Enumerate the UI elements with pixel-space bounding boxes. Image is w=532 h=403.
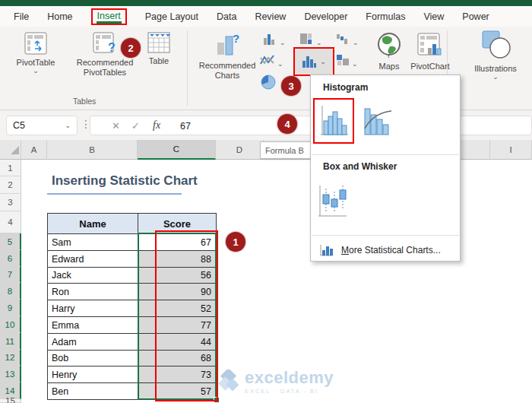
table-cell-name[interactable]: Ben [47, 382, 138, 400]
row-header-13[interactable]: 13 [0, 366, 21, 382]
column-header-i[interactable]: I [490, 140, 532, 160]
recommended-charts-button[interactable]: ? RecommendedCharts [196, 32, 258, 81]
row-header-7[interactable]: 7 [0, 267, 21, 283]
watermark-brand: exceldemy [245, 368, 334, 388]
insert-line-chart-button[interactable]: ⌄ [260, 54, 283, 69]
column-header-b[interactable]: B [47, 140, 138, 160]
box-whisker-section-header: Box and Whisker [323, 161, 397, 172]
tables-group-label: Tables [73, 97, 96, 106]
row-header-12[interactable]: 12 [0, 350, 21, 366]
row-header-5[interactable]: 5 [0, 233, 21, 250]
insert-statistic-chart-button[interactable]: ⌄ [295, 49, 333, 75]
table-cell-score-active[interactable]: 67 [138, 233, 217, 251]
histogram-chart-option[interactable] [315, 100, 352, 141]
more-statistical-charts-item[interactable]: More Statistical Charts... [314, 240, 457, 261]
insert-column-chart-button[interactable]: ⌄ [263, 33, 286, 48]
maps-globe-icon [376, 31, 402, 59]
insert-combo-chart-button[interactable]: ⌄ [336, 54, 358, 69]
box-whisker-chart-option[interactable] [314, 180, 350, 221]
tab-data[interactable]: Data [217, 11, 236, 22]
table-cell-name[interactable]: Adam [47, 333, 138, 351]
tab-power[interactable]: Power [462, 11, 489, 22]
statistic-chart-dropdown: Histogram Box and Whisker More Statistic… [310, 75, 461, 262]
table-cell-name[interactable]: Emma [47, 316, 138, 334]
table-icon [147, 32, 170, 53]
column-header-d[interactable]: D [216, 140, 264, 160]
recommended-pivottables-label-2: PivotTables [84, 68, 126, 77]
insert-waterfall-chart-button[interactable]: ⌄ [336, 33, 359, 48]
table-cell-score[interactable]: 68 [138, 350, 217, 367]
table-cell-name[interactable]: Edward [47, 250, 138, 268]
pivotchart-button[interactable]: PivotChart [409, 31, 451, 71]
table-cell-name[interactable]: Ron [47, 283, 138, 300]
table-button[interactable]: Table [141, 32, 176, 66]
step-4-badge: 4 [277, 114, 297, 134]
row-header-9[interactable]: 9 [0, 300, 21, 316]
insert-pie-chart-button[interactable] [260, 74, 277, 94]
row-header-3[interactable]: 3 [0, 194, 21, 211]
enter-icon[interactable]: ✓ [131, 120, 140, 132]
cancel-icon[interactable]: ✕ [112, 120, 120, 132]
dropdown-separator [312, 154, 459, 155]
sheet-title: Inserting Statistic Chart [52, 173, 198, 189]
pivotchart-icon [417, 31, 443, 59]
table-cell-name[interactable]: Jack [47, 267, 138, 284]
insert-hierarchy-chart-button[interactable]: ⌄ [299, 33, 322, 48]
row-header-11[interactable]: 11 [0, 333, 21, 350]
pareto-chart-option[interactable] [359, 100, 396, 141]
pivottable-button[interactable]: PivotTable ⌄ [12, 32, 59, 74]
tab-formulas[interactable]: Formulas [366, 11, 405, 22]
row-header-8[interactable]: 8 [0, 283, 21, 300]
table-cell-name[interactable]: Sam [47, 233, 138, 251]
table-cell-score[interactable]: 90 [138, 283, 217, 300]
pivottable-icon [24, 32, 47, 55]
tab-insert[interactable]: Insert [91, 8, 127, 25]
table-cell-score[interactable]: 44 [138, 333, 217, 351]
tab-file[interactable]: File [14, 11, 29, 22]
watermark: exceldemy EXCEL - DATA - BI [217, 368, 334, 395]
formula-bar-value: 67 [180, 121, 191, 132]
column-header-partial[interactable] [461, 140, 490, 160]
table-cell-score[interactable]: 57 [138, 382, 217, 400]
row-header-15[interactable]: 15 [0, 399, 21, 403]
maps-label: Maps [372, 62, 406, 71]
illustrations-icon [480, 29, 511, 61]
recommended-charts-icon: ? [214, 32, 240, 58]
table-cell-name[interactable]: Bob [47, 350, 138, 367]
tab-home[interactable]: Home [47, 11, 72, 22]
row-header-2[interactable]: 2 [0, 176, 21, 194]
table-cell-score[interactable]: 88 [138, 250, 217, 268]
selection-fill-handle[interactable] [214, 397, 220, 403]
insert-line-chart-icon [260, 54, 275, 66]
tab-view[interactable]: View [423, 11, 444, 22]
chevron-down-icon: ⌄ [280, 39, 286, 46]
chevron-down-icon: ⌄ [277, 60, 283, 68]
table-cell-name[interactable]: Harry [47, 300, 138, 317]
row-header-6[interactable]: 6 [0, 250, 21, 267]
histogram-section-header: Histogram [323, 82, 368, 93]
insert-function-icon[interactable]: fx [153, 119, 160, 132]
table-cell-name[interactable]: Henry [47, 366, 138, 383]
row-header-4[interactable]: 4 [0, 211, 21, 233]
column-header-a[interactable]: A [21, 140, 47, 160]
maps-button[interactable]: Maps [372, 31, 406, 71]
chevron-down-icon: ⌄ [467, 74, 524, 80]
select-all-button[interactable] [0, 140, 21, 160]
name-box[interactable]: C5 ⌄ [6, 116, 78, 135]
column-header-c[interactable]: C [138, 140, 216, 160]
table-cell-score[interactable]: 52 [138, 300, 217, 317]
table-cell-score[interactable]: 77 [138, 316, 217, 334]
sheet-title-underline [47, 193, 182, 195]
table-cell-score[interactable]: 56 [138, 267, 217, 284]
row-header-1[interactable]: 1 [0, 160, 21, 176]
table-cell-score[interactable]: 73 [138, 366, 217, 383]
insert-pie-chart-icon [260, 74, 277, 90]
chevron-down-icon: ⌄ [320, 59, 326, 65]
tab-review[interactable]: Review [255, 11, 286, 22]
excel-window: FileHomeInsertPage LayoutDataReviewDevel… [0, 0, 532, 403]
tab-developer[interactable]: Developer [304, 11, 347, 22]
tab-page-layout[interactable]: Page Layout [145, 11, 198, 22]
illustrations-button[interactable]: Illustrations ⌄ [467, 29, 524, 80]
insert-waterfall-chart-icon [336, 33, 350, 45]
row-header-10[interactable]: 10 [0, 316, 21, 333]
